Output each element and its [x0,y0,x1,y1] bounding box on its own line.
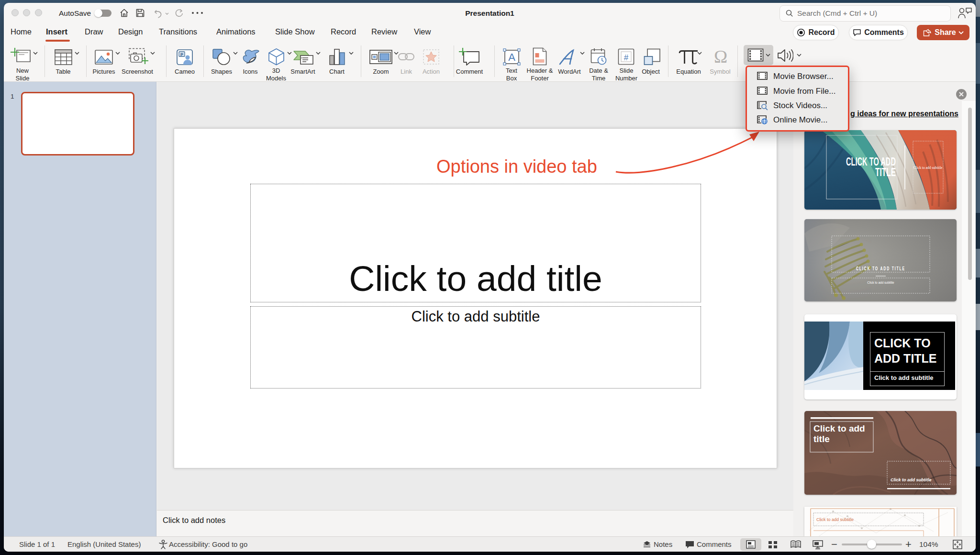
svg-text:Click to add subtitle: Click to add subtitle [816,517,854,522]
svg-text:Click to add subtitle: Click to add subtitle [913,166,943,170]
svg-text:Click to add: Click to add [813,423,865,433]
svg-text:#: # [624,53,629,62]
svg-text:Click to add subtitle: Click to add subtitle [891,477,932,482]
svg-text:P: P [180,52,183,57]
svg-text:A: A [508,51,515,63]
svg-text:title: title [813,434,830,444]
svg-text:Click to add subtitle: Click to add subtitle [867,281,894,284]
svg-text:CLICK TO ADD TITLE: CLICK TO ADD TITLE [856,266,905,271]
svg-text:TITLE: TITLE [875,166,896,178]
